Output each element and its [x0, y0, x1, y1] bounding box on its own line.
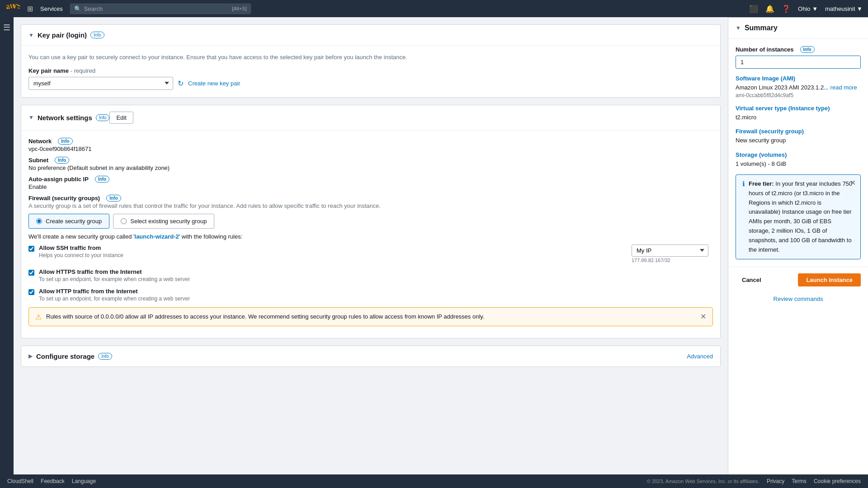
cloudshell-button[interactable]: CloudShell	[7, 478, 33, 484]
instance-type-label[interactable]: Virtual server type (Instance type)	[736, 105, 861, 112]
network-field-info[interactable]: Info	[58, 138, 72, 145]
ssh-checkbox-item: Allow SSH traffic from Helps you connect…	[28, 244, 713, 263]
search-icon: 🔍	[74, 5, 81, 12]
left-panel: ▼ Key pair (login) Info You can use a ke…	[14, 17, 728, 474]
subnet-item: Subnet Info No preference (Default subne…	[28, 157, 713, 171]
warning-close-button[interactable]: ✕	[700, 312, 706, 321]
firewall-info[interactable]: Info	[106, 195, 121, 202]
http-checkbox-item: Allow HTTP traffic from the Internet To …	[28, 288, 713, 302]
menu-icon[interactable]: ☰	[3, 23, 10, 33]
http-desc: To set up an endpoint, for example when …	[39, 296, 713, 302]
auto-ip-info[interactable]: Info	[95, 176, 109, 183]
storage-right: Advanced	[687, 353, 713, 360]
bell-icon[interactable]: 🔔	[765, 5, 774, 13]
firewall-item: Firewall (security groups) Info A securi…	[28, 195, 713, 326]
create-sg-radio[interactable]: Create security group	[28, 214, 109, 229]
services-button[interactable]: Services	[37, 4, 66, 14]
instance-type-value: t2.micro	[736, 113, 861, 122]
network-value: vpc-0ceef90b864f18671	[28, 145, 713, 152]
https-checkbox[interactable]	[28, 270, 34, 276]
network-info-badge[interactable]: Info	[96, 114, 110, 121]
network-edit-button[interactable]: Edit	[109, 112, 133, 124]
privacy-link[interactable]: Privacy	[767, 478, 784, 484]
ssh-checkbox[interactable]	[28, 246, 34, 252]
firewall-label: Firewall (security groups) Info	[28, 195, 713, 202]
auto-ip-label: Auto-assign public IP Info	[28, 176, 713, 183]
top-navigation: ⊞ Services 🔍 [Alt+S] ⬛ 🔔 ❓ Ohio ▼ matheu…	[0, 0, 868, 17]
http-checkbox[interactable]	[28, 289, 34, 295]
summary-title: Summary	[745, 24, 778, 32]
keypair-select-row: myself my-key-pair test-key ↻ Create new…	[28, 77, 713, 90]
grid-icon[interactable]: ⊞	[27, 5, 33, 13]
ami-section: Software Image (AMI) Amazon Linux 2023 A…	[736, 75, 861, 99]
info-icon: ℹ	[742, 180, 745, 188]
storage-arrow: ▶	[28, 353, 33, 359]
auto-ip-item: Auto-assign public IP Info Enable	[28, 176, 713, 190]
refresh-icon[interactable]: ↻	[178, 79, 184, 88]
search-bar[interactable]: 🔍 [Alt+S]	[70, 4, 251, 14]
keypair-arrow: ▼	[28, 32, 34, 38]
free-tier-text: Free tier: In your first year includes 7…	[749, 179, 854, 254]
summary-arrow: ▼	[736, 25, 741, 31]
subnet-value: No preference (Default subnet in any ava…	[28, 164, 713, 171]
ami-label[interactable]: Software Image (AMI)	[736, 75, 861, 82]
auto-ip-value: Enable	[28, 183, 713, 190]
keypair-header[interactable]: ▼ Key pair (login) Info	[21, 25, 720, 46]
copyright-text: © 2023, Amazon Web Services, Inc. or its…	[647, 479, 760, 484]
ami-read-more[interactable]: read more	[830, 84, 857, 91]
subnet-info[interactable]: Info	[55, 157, 69, 164]
network-header: ▼ Network settings Info Edit	[21, 105, 720, 131]
storage-summary-section: Storage (volumes) 1 volume(s) - 8 GiB	[736, 151, 861, 169]
action-row: Cancel Launch instance	[728, 267, 868, 293]
terms-link[interactable]: Terms	[792, 478, 807, 484]
terminal-icon[interactable]: ⬛	[749, 5, 758, 13]
language-selector[interactable]: Language	[72, 478, 96, 484]
https-label-group: Allow HTTPS traffic from the Internet To…	[39, 268, 713, 282]
instance-type-section: Virtual server type (Instance type) t2.m…	[736, 105, 861, 122]
sidebar-toggle: ☰	[0, 17, 14, 474]
network-title: Network settings	[38, 114, 92, 122]
sg-radio-group: Create security group Select existing se…	[28, 214, 713, 229]
free-tier-close-button[interactable]: ✕	[850, 178, 856, 187]
ssh-desc: Helps you connect to your instance	[39, 252, 627, 258]
select-sg-radio[interactable]: Select existing security group	[113, 214, 214, 229]
storage-info-badge[interactable]: Info	[98, 353, 112, 360]
warning-box: ⚠ Rules with source of 0.0.0.0/0 allow a…	[28, 307, 713, 326]
ami-id: ami-0ccabb5f82d4c9af5	[736, 92, 861, 99]
region-selector[interactable]: Ohio ▼	[798, 5, 818, 12]
sg-name: launch-wizard-2	[135, 233, 179, 240]
keypair-info-badge[interactable]: Info	[90, 32, 104, 38]
firewall-summary-section: Firewall (security group) New security g…	[736, 128, 861, 145]
network-label: Network Info	[28, 138, 713, 145]
ssh-label-group: Allow SSH traffic from Helps you connect…	[39, 244, 627, 258]
keypair-section: ▼ Key pair (login) Info You can use a ke…	[21, 24, 721, 98]
cookies-link[interactable]: Cookie preferences	[814, 478, 861, 484]
keypair-field-label: Key pair name - required	[28, 67, 713, 74]
help-icon[interactable]: ❓	[782, 5, 791, 13]
keypair-title: Key pair (login)	[38, 31, 87, 39]
firewall-summary-label[interactable]: Firewall (security group)	[736, 128, 861, 135]
keypair-dropdown[interactable]: myself my-key-pair test-key	[28, 77, 173, 90]
free-tier-box: ✕ ℹ Free tier: In your first year includ…	[736, 174, 861, 259]
ssh-label: Allow SSH traffic from	[39, 244, 627, 251]
http-label-group: Allow HTTP traffic from the Internet To …	[39, 288, 713, 302]
feedback-link[interactable]: Feedback	[41, 478, 65, 484]
cancel-button[interactable]: Cancel	[736, 273, 768, 286]
advanced-link[interactable]: Advanced	[687, 353, 713, 360]
storage-section: ▶ Configure storage Info Advanced	[21, 346, 721, 367]
https-label: Allow HTTPS traffic from the Internet	[39, 268, 713, 275]
storage-header[interactable]: ▶ Configure storage Info Advanced	[21, 346, 720, 366]
instances-input[interactable]	[736, 56, 861, 69]
storage-summary-label[interactable]: Storage (volumes)	[736, 151, 861, 158]
keypair-desc: You can use a key pair to securely conne…	[28, 53, 713, 62]
user-menu[interactable]: matheusinit ▼	[825, 5, 863, 12]
review-commands-link[interactable]: Review commands	[736, 293, 861, 305]
ssh-source-dropdown[interactable]: My IP Anywhere Custom	[632, 244, 708, 257]
create-keypair-link[interactable]: Create new key pair	[188, 80, 241, 87]
warning-text: Rules with source of 0.0.0.0/0 allow all…	[46, 312, 692, 321]
instances-info[interactable]: Info	[800, 46, 815, 53]
sg-note: We'll create a new security group called…	[28, 233, 713, 240]
http-label: Allow HTTP traffic from the Internet	[39, 288, 713, 295]
search-input[interactable]	[84, 5, 232, 12]
launch-instance-button[interactable]: Launch instance	[798, 273, 861, 286]
